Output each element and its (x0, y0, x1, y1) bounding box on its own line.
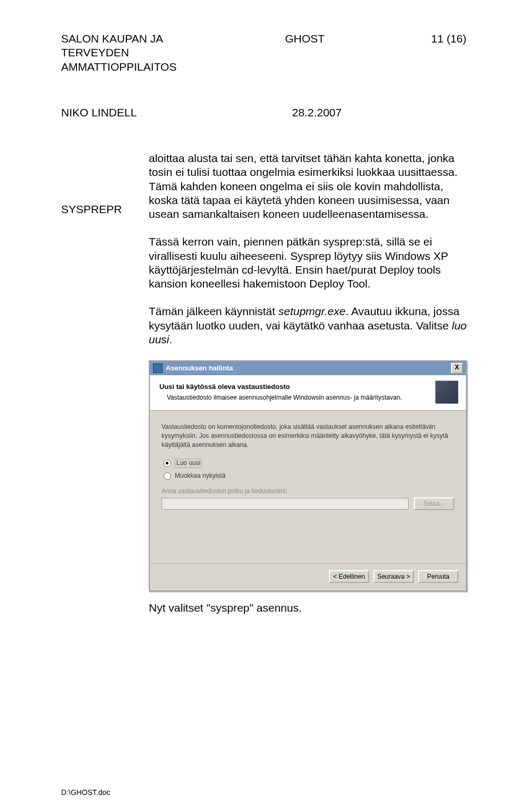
paragraph-3: Tämän jälkeen käynnistät setupmgr.exe. A… (149, 304, 467, 346)
dialog-banner: Uusi tai käytössä oleva vastaustiedosto … (150, 375, 466, 411)
post-dialog-text: Nyt valitset "sysprep" asennus. (149, 601, 467, 615)
computer-icon (435, 380, 458, 404)
page-subheader: NIKO LINDELL 28.2.2007 (61, 106, 466, 120)
banner-title: Uusi tai käytössä oleva vastaustiedosto (159, 383, 402, 391)
paragraph-2: Tässä kerron vain, piennen pätkän syspre… (149, 235, 467, 291)
section-label: SYSPREPR (61, 151, 149, 216)
next-button[interactable]: Seuraava > (373, 570, 414, 583)
setup-dialog: Asennuksen hallinta X Uusi tai käytössä … (149, 360, 467, 591)
radio-create-new[interactable]: Luo uusi (164, 459, 454, 468)
header-org-line2: AMMATTIOPPILAITOS (61, 60, 231, 74)
dialog-title: Asennuksen hallinta (166, 364, 233, 373)
header-org-line1: SALON KAUPAN JA TERVEYDEN (61, 32, 231, 60)
paragraph-1: aloittaa alusta tai sen, että tarvitset … (149, 151, 467, 221)
path-input (162, 498, 409, 510)
window-icon (153, 363, 163, 373)
path-label: Anna vastaustiedoston polku ja tiedoston… (162, 487, 454, 495)
dialog-titlebar: Asennuksen hallinta X (150, 361, 466, 375)
header-org: SALON KAUPAN JA TERVEYDEN AMMATTIOPPILAI… (61, 32, 231, 74)
dialog-body: Vastaustiedosto on komentojonotiedosto, … (150, 411, 466, 563)
radio-icon (164, 472, 171, 480)
close-button[interactable]: X (451, 363, 463, 374)
header-doc-title: GHOST (285, 32, 349, 46)
main-content: aloittaa alusta tai sen, että tarvitset … (149, 151, 467, 615)
dialog-footer: < Edellinen Seuraava > Peruuta (150, 563, 466, 590)
prev-button[interactable]: < Edellinen (329, 570, 369, 583)
footer-filepath: D:\GHOST.doc (61, 788, 110, 798)
header-author: NIKO LINDELL (61, 106, 231, 120)
dialog-intro: Vastaustiedosto on komentojonotiedosto, … (162, 422, 454, 449)
header-page-number: 11 (16) (403, 32, 466, 46)
cancel-button[interactable]: Peruuta (418, 570, 458, 583)
radio-edit-label: Muokkaa nykyistä (175, 472, 225, 480)
page-header: SALON KAUPAN JA TERVEYDEN AMMATTIOPPILAI… (61, 32, 466, 74)
radio-create-label: Luo uusi (175, 459, 202, 468)
banner-subtitle: Vastaustiedosto ilmaisee asennusohjelmal… (159, 394, 402, 402)
header-date: 28.2.2007 (292, 106, 342, 120)
browse-button: Selaa... (414, 497, 454, 510)
path-section: Anna vastaustiedoston polku ja tiedoston… (162, 487, 454, 510)
radio-edit-existing[interactable]: Muokkaa nykyistä (164, 472, 454, 480)
radio-icon (164, 460, 171, 467)
